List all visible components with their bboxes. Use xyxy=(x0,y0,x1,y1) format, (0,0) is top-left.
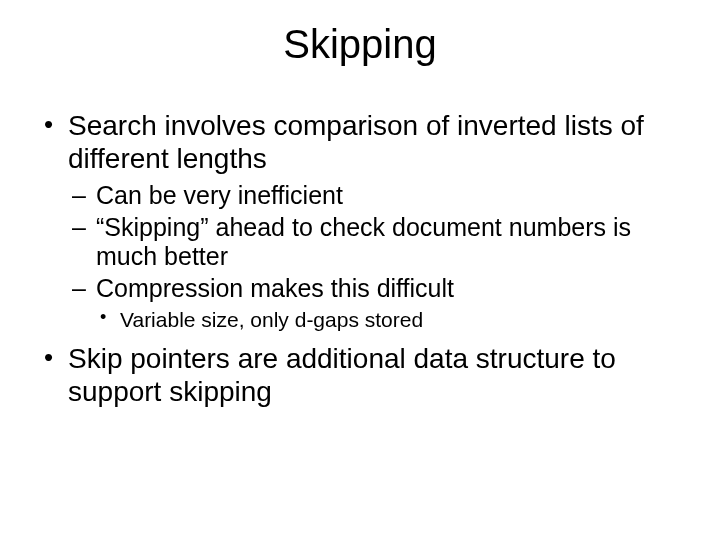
slide-body: Search involves comparison of inverted l… xyxy=(0,109,720,408)
bullet-level1: Search involves comparison of inverted l… xyxy=(38,109,682,332)
bullet-level2: Can be very inefficient xyxy=(68,181,682,211)
slide-title: Skipping xyxy=(0,22,720,67)
bullet-text: Compression makes this difficult xyxy=(96,274,454,302)
bullet-text: Skip pointers are additional data struct… xyxy=(68,343,616,407)
bullet-level1: Skip pointers are additional data struct… xyxy=(38,342,682,408)
bullet-level2: “Skipping” ahead to check document numbe… xyxy=(68,213,682,272)
bullet-text: Variable size, only d-gaps stored xyxy=(120,308,423,331)
bullet-text: Can be very inefficient xyxy=(96,181,343,209)
bullet-text: Search involves comparison of inverted l… xyxy=(68,110,644,174)
bullet-level2: Compression makes this difficult Variabl… xyxy=(68,274,682,333)
bullet-text: “Skipping” ahead to check document numbe… xyxy=(96,213,631,271)
bullet-level3: Variable size, only d-gaps stored xyxy=(96,307,682,332)
